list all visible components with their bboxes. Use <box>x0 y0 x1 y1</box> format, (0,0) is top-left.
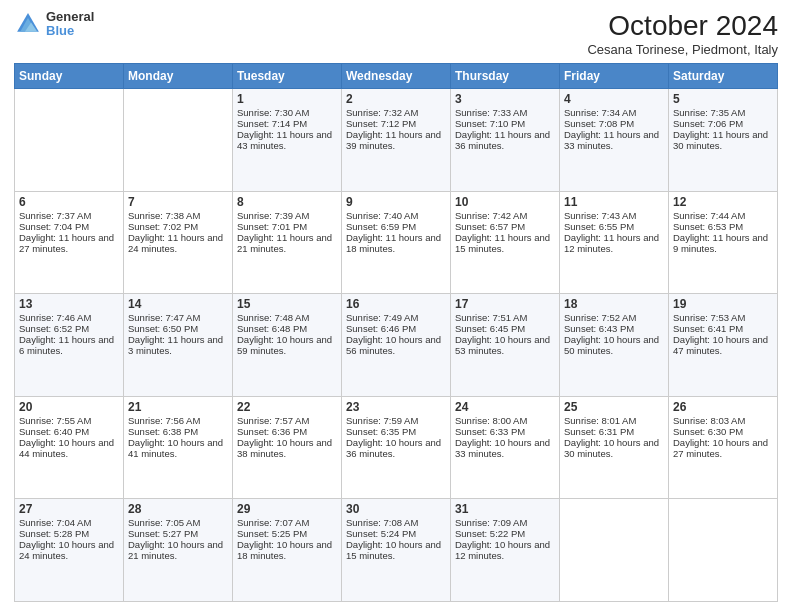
col-wednesday: Wednesday <box>342 64 451 89</box>
sunset-text: Sunset: 7:10 PM <box>455 118 555 129</box>
daylight-text: Daylight: 10 hours and 18 minutes. <box>237 539 337 561</box>
day-number: 14 <box>128 297 228 311</box>
daylight-text: Daylight: 11 hours and 36 minutes. <box>455 129 555 151</box>
sunset-text: Sunset: 5:28 PM <box>19 528 119 539</box>
sunset-text: Sunset: 6:59 PM <box>346 221 446 232</box>
table-row: 10Sunrise: 7:42 AMSunset: 6:57 PMDayligh… <box>451 191 560 294</box>
daylight-text: Daylight: 10 hours and 36 minutes. <box>346 437 446 459</box>
week-row-2: 6Sunrise: 7:37 AMSunset: 7:04 PMDaylight… <box>15 191 778 294</box>
day-number: 13 <box>19 297 119 311</box>
sunset-text: Sunset: 6:50 PM <box>128 323 228 334</box>
table-row: 22Sunrise: 7:57 AMSunset: 6:36 PMDayligh… <box>233 396 342 499</box>
sunrise-text: Sunrise: 7:39 AM <box>237 210 337 221</box>
sunset-text: Sunset: 7:14 PM <box>237 118 337 129</box>
table-row: 1Sunrise: 7:30 AMSunset: 7:14 PMDaylight… <box>233 89 342 192</box>
logo-line2: Blue <box>46 24 94 38</box>
day-number: 11 <box>564 195 664 209</box>
day-number: 25 <box>564 400 664 414</box>
day-number: 15 <box>237 297 337 311</box>
table-row: 23Sunrise: 7:59 AMSunset: 6:35 PMDayligh… <box>342 396 451 499</box>
daylight-text: Daylight: 10 hours and 27 minutes. <box>673 437 773 459</box>
sunrise-text: Sunrise: 7:34 AM <box>564 107 664 118</box>
daylight-text: Daylight: 11 hours and 12 minutes. <box>564 232 664 254</box>
sunset-text: Sunset: 6:43 PM <box>564 323 664 334</box>
sunrise-text: Sunrise: 7:42 AM <box>455 210 555 221</box>
col-sunday: Sunday <box>15 64 124 89</box>
table-row: 30Sunrise: 7:08 AMSunset: 5:24 PMDayligh… <box>342 499 451 602</box>
sunset-text: Sunset: 7:12 PM <box>346 118 446 129</box>
title-block: October 2024 Cesana Torinese, Piedmont, … <box>587 10 778 57</box>
day-number: 22 <box>237 400 337 414</box>
table-row: 19Sunrise: 7:53 AMSunset: 6:41 PMDayligh… <box>669 294 778 397</box>
table-row: 11Sunrise: 7:43 AMSunset: 6:55 PMDayligh… <box>560 191 669 294</box>
sunrise-text: Sunrise: 7:47 AM <box>128 312 228 323</box>
daylight-text: Daylight: 10 hours and 47 minutes. <box>673 334 773 356</box>
sunset-text: Sunset: 6:40 PM <box>19 426 119 437</box>
day-number: 10 <box>455 195 555 209</box>
day-number: 30 <box>346 502 446 516</box>
sunrise-text: Sunrise: 7:30 AM <box>237 107 337 118</box>
day-number: 12 <box>673 195 773 209</box>
sunrise-text: Sunrise: 8:03 AM <box>673 415 773 426</box>
day-number: 9 <box>346 195 446 209</box>
sunrise-text: Sunrise: 7:51 AM <box>455 312 555 323</box>
sunset-text: Sunset: 6:36 PM <box>237 426 337 437</box>
table-row: 29Sunrise: 7:07 AMSunset: 5:25 PMDayligh… <box>233 499 342 602</box>
table-row: 9Sunrise: 7:40 AMSunset: 6:59 PMDaylight… <box>342 191 451 294</box>
daylight-text: Daylight: 10 hours and 21 minutes. <box>128 539 228 561</box>
sunrise-text: Sunrise: 7:56 AM <box>128 415 228 426</box>
table-row: 24Sunrise: 8:00 AMSunset: 6:33 PMDayligh… <box>451 396 560 499</box>
table-row: 28Sunrise: 7:05 AMSunset: 5:27 PMDayligh… <box>124 499 233 602</box>
daylight-text: Daylight: 10 hours and 56 minutes. <box>346 334 446 356</box>
sunrise-text: Sunrise: 7:55 AM <box>19 415 119 426</box>
sunrise-text: Sunrise: 7:48 AM <box>237 312 337 323</box>
sunrise-text: Sunrise: 7:07 AM <box>237 517 337 528</box>
sunrise-text: Sunrise: 7:05 AM <box>128 517 228 528</box>
sunrise-text: Sunrise: 7:46 AM <box>19 312 119 323</box>
daylight-text: Daylight: 10 hours and 33 minutes. <box>455 437 555 459</box>
sunset-text: Sunset: 6:35 PM <box>346 426 446 437</box>
sunrise-text: Sunrise: 7:08 AM <box>346 517 446 528</box>
col-saturday: Saturday <box>669 64 778 89</box>
sunset-text: Sunset: 7:04 PM <box>19 221 119 232</box>
table-row: 21Sunrise: 7:56 AMSunset: 6:38 PMDayligh… <box>124 396 233 499</box>
day-number: 6 <box>19 195 119 209</box>
sunrise-text: Sunrise: 7:59 AM <box>346 415 446 426</box>
day-number: 17 <box>455 297 555 311</box>
sunrise-text: Sunrise: 7:04 AM <box>19 517 119 528</box>
daylight-text: Daylight: 11 hours and 3 minutes. <box>128 334 228 356</box>
sunset-text: Sunset: 7:01 PM <box>237 221 337 232</box>
table-row: 14Sunrise: 7:47 AMSunset: 6:50 PMDayligh… <box>124 294 233 397</box>
daylight-text: Daylight: 11 hours and 24 minutes. <box>128 232 228 254</box>
week-row-5: 27Sunrise: 7:04 AMSunset: 5:28 PMDayligh… <box>15 499 778 602</box>
day-number: 26 <box>673 400 773 414</box>
col-monday: Monday <box>124 64 233 89</box>
sunset-text: Sunset: 5:25 PM <box>237 528 337 539</box>
sunrise-text: Sunrise: 7:43 AM <box>564 210 664 221</box>
sunset-text: Sunset: 6:46 PM <box>346 323 446 334</box>
table-row <box>15 89 124 192</box>
daylight-text: Daylight: 10 hours and 44 minutes. <box>19 437 119 459</box>
sunset-text: Sunset: 6:33 PM <box>455 426 555 437</box>
daylight-text: Daylight: 11 hours and 27 minutes. <box>19 232 119 254</box>
daylight-text: Daylight: 10 hours and 15 minutes. <box>346 539 446 561</box>
table-row: 18Sunrise: 7:52 AMSunset: 6:43 PMDayligh… <box>560 294 669 397</box>
table-row: 17Sunrise: 7:51 AMSunset: 6:45 PMDayligh… <box>451 294 560 397</box>
logo: General Blue <box>14 10 94 39</box>
page: General Blue October 2024 Cesana Torines… <box>0 0 792 612</box>
logo-line1: General <box>46 10 94 24</box>
sunset-text: Sunset: 6:31 PM <box>564 426 664 437</box>
calendar-title: October 2024 <box>587 10 778 42</box>
sunrise-text: Sunrise: 7:35 AM <box>673 107 773 118</box>
daylight-text: Daylight: 11 hours and 33 minutes. <box>564 129 664 151</box>
daylight-text: Daylight: 10 hours and 38 minutes. <box>237 437 337 459</box>
table-row: 16Sunrise: 7:49 AMSunset: 6:46 PMDayligh… <box>342 294 451 397</box>
day-number: 29 <box>237 502 337 516</box>
daylight-text: Daylight: 10 hours and 41 minutes. <box>128 437 228 459</box>
calendar-header-row: Sunday Monday Tuesday Wednesday Thursday… <box>15 64 778 89</box>
table-row <box>124 89 233 192</box>
table-row: 5Sunrise: 7:35 AMSunset: 7:06 PMDaylight… <box>669 89 778 192</box>
table-row: 7Sunrise: 7:38 AMSunset: 7:02 PMDaylight… <box>124 191 233 294</box>
day-number: 16 <box>346 297 446 311</box>
sunrise-text: Sunrise: 7:40 AM <box>346 210 446 221</box>
